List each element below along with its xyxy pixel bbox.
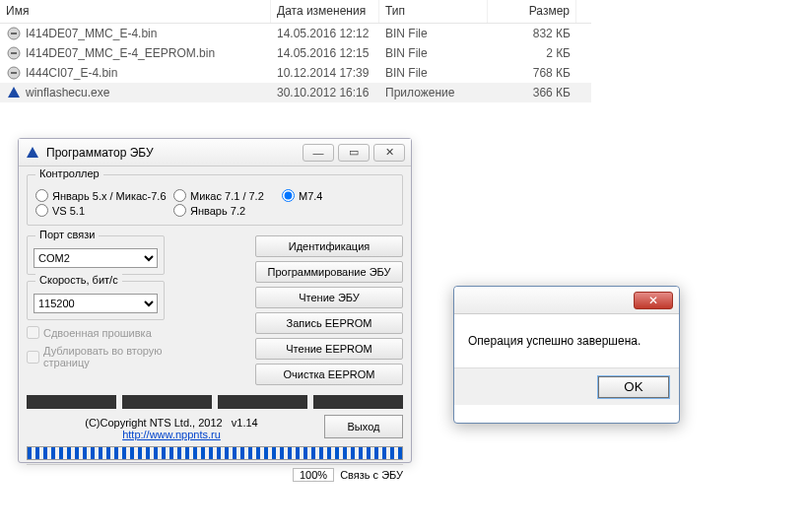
window-title: Программатор ЭБУ <box>46 146 154 160</box>
file-name: I414DE07_MMC_E-4_EEPROM.bin <box>26 46 215 60</box>
titlebar[interactable]: Программатор ЭБУ — ▭ ✕ <box>19 139 411 166</box>
file-size: 366 КБ <box>488 84 576 101</box>
copyright: (C)Copyright NTS Ltd., 2012 v1.14 http:/… <box>27 417 316 440</box>
activity-bar <box>27 446 403 460</box>
file-size: 768 КБ <box>488 64 576 82</box>
progress-bars <box>27 395 403 409</box>
message-text: Операция успешно завершена. <box>454 314 679 367</box>
radio-yanvar72[interactable]: Январь 7.2 <box>173 204 282 217</box>
file-date: 14.05.2016 12:15 <box>271 44 379 62</box>
message-box: ✕ Операция успешно завершена. OK <box>453 286 680 424</box>
file-date: 30.10.2012 16:16 <box>271 84 379 101</box>
svg-rect-3 <box>11 52 17 54</box>
check-duplicate[interactable]: Дублировать во вторую страницу <box>27 345 165 368</box>
file-type: BIN File <box>379 64 488 82</box>
radio-yanvar5[interactable]: Январь 5.x / Микас-7.6 <box>35 189 173 202</box>
file-name: winflashecu.exe <box>26 86 109 100</box>
status-text: Связь с ЭБУ <box>340 469 403 481</box>
col-date-header[interactable]: Дата изменения <box>271 0 379 23</box>
message-close-button[interactable]: ✕ <box>634 292 673 309</box>
radio-mikas71[interactable]: Микас 7.1 / 7.2 <box>173 189 282 202</box>
file-size: 2 КБ <box>488 44 576 62</box>
website-link[interactable]: http://www.nppnts.ru <box>122 429 221 440</box>
port-select[interactable]: COM2 <box>34 248 158 268</box>
ident-button[interactable]: Идентификация <box>255 235 403 257</box>
speed-group: Скорость, бит/с 115200 <box>27 281 165 320</box>
file-icon <box>6 26 22 41</box>
controller-group: Контроллер Январь 5.x / Микас-7.6 Микас … <box>27 174 403 226</box>
col-size-header[interactable]: Размер <box>488 0 576 23</box>
write-eeprom-button[interactable]: Запись EEPROM <box>255 312 403 334</box>
app-window: Программатор ЭБУ — ▭ ✕ Контроллер Январь… <box>18 138 412 463</box>
file-type: Приложение <box>379 84 488 101</box>
port-group: Порт связи COM2 <box>27 235 165 275</box>
file-date: 14.05.2016 12:12 <box>271 25 379 42</box>
file-row[interactable]: I414DE07_MMC_E-4_EEPROM.bin14.05.2016 12… <box>0 43 591 63</box>
ok-button[interactable]: OK <box>598 376 669 398</box>
file-name: I414DE07_MMC_E-4.bin <box>26 27 157 40</box>
svg-rect-5 <box>11 72 17 74</box>
exit-button[interactable]: Выход <box>324 415 403 438</box>
file-type: BIN File <box>379 44 488 62</box>
col-name-header[interactable]: Имя <box>0 0 271 23</box>
app-icon <box>25 145 40 161</box>
maximize-button[interactable]: ▭ <box>338 144 370 162</box>
file-row[interactable]: I414DE07_MMC_E-4.bin14.05.2016 12:12BIN … <box>0 24 591 43</box>
status-percent: 100% <box>293 468 334 482</box>
minimize-button[interactable]: — <box>303 144 334 162</box>
radio-vs51[interactable]: VS 5.1 <box>35 204 173 217</box>
prog-button[interactable]: Программирование ЭБУ <box>255 261 403 283</box>
read-button[interactable]: Чтение ЭБУ <box>255 287 403 308</box>
read-eeprom-button[interactable]: Чтение EEPROM <box>255 338 403 360</box>
status-bar: 100% Связь с ЭБУ <box>27 464 403 482</box>
file-row[interactable]: winflashecu.exe30.10.2012 16:16Приложени… <box>0 83 591 102</box>
clear-eeprom-button[interactable]: Очистка EEPROM <box>255 364 403 385</box>
message-titlebar[interactable]: ✕ <box>454 287 679 314</box>
file-icon <box>6 85 22 100</box>
file-name: I444CI07_E-4.bin <box>26 66 117 80</box>
svg-marker-7 <box>27 147 38 158</box>
speed-select[interactable]: 115200 <box>34 294 158 313</box>
file-type: BIN File <box>379 25 488 42</box>
col-type-header[interactable]: Тип <box>379 0 488 23</box>
svg-rect-1 <box>11 33 17 34</box>
check-double[interactable]: Сдвоенная прошивка <box>27 326 165 339</box>
file-size: 832 КБ <box>488 25 576 42</box>
file-icon <box>6 65 22 81</box>
file-list-header: Имя Дата изменения Тип Размер <box>0 0 591 24</box>
close-button[interactable]: ✕ <box>373 144 405 162</box>
file-date: 10.12.2014 17:39 <box>271 64 379 82</box>
radio-m74[interactable]: М7.4 <box>282 189 341 202</box>
svg-marker-6 <box>8 87 20 98</box>
file-icon <box>6 45 22 61</box>
file-list: Имя Дата изменения Тип Размер I414DE07_M… <box>0 0 591 102</box>
file-row[interactable]: I444CI07_E-4.bin10.12.2014 17:39BIN File… <box>0 63 591 83</box>
